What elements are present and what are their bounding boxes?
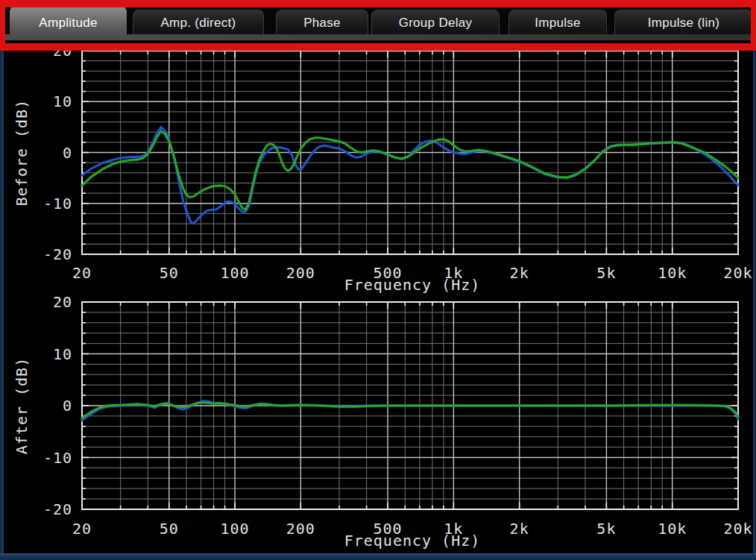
tab-amp-direct[interactable]: Amp. (direct) <box>133 10 264 35</box>
tab-amplitude[interactable]: Amplitude <box>10 6 127 40</box>
y-axis-title: Before (dB) <box>13 99 31 206</box>
y-axis-title: After (dB) <box>13 357 31 454</box>
window-border-left <box>0 51 4 560</box>
plot-tab-bar: Amplitude Amp. (direct) Phase Group Dela… <box>0 0 756 51</box>
y-tick-label: 10 <box>53 92 72 110</box>
tab-label: Impulse (lin) <box>648 16 719 31</box>
tab-label: Group Delay <box>399 16 473 31</box>
x-axis-title: Frequency (Hz) <box>344 532 481 550</box>
x-tick-label: 200 <box>286 264 315 282</box>
x-tick-label: 20 <box>72 520 92 538</box>
tab-impulse-lin[interactable]: Impulse (lin) <box>614 10 753 35</box>
x-tick-label: 5k <box>596 264 616 282</box>
x-tick-label: 200 <box>286 520 315 538</box>
window-border-bottom <box>0 553 756 560</box>
chart-before: 20100-10-2020501002005001k2k5k10k20kFreq… <box>13 42 753 294</box>
y-tick-labels: 20100-10-20 <box>43 293 72 518</box>
tab-phase[interactable]: Phase <box>276 10 368 35</box>
tab-label: Impulse <box>535 16 581 31</box>
app-window: 20100-10-2020501002005001k2k5k10k20kFreq… <box>0 0 756 560</box>
x-tick-label: 2k <box>510 264 529 282</box>
tab-group-delay[interactable]: Group Delay <box>371 10 500 35</box>
curve-green-glow <box>82 131 738 210</box>
y-tick-label: 0 <box>63 144 72 162</box>
x-tick-label: 100 <box>220 520 249 538</box>
x-tick-label: 50 <box>160 520 179 538</box>
window-border-right <box>753 51 756 560</box>
tab-impulse[interactable]: Impulse <box>508 10 607 35</box>
response-charts: 20100-10-2020501002005001k2k5k10k20kFreq… <box>0 0 756 560</box>
y-tick-label: 0 <box>63 397 72 415</box>
tab-label: Phase <box>303 16 341 31</box>
tab-label: Amp. (direct) <box>160 16 236 31</box>
x-tick-label: 50 <box>160 264 179 282</box>
x-tick-label: 10k <box>658 520 687 538</box>
x-tick-label: 5k <box>596 520 616 538</box>
y-tick-label: -10 <box>43 195 72 213</box>
y-tick-labels: 20100-10-20 <box>43 42 72 263</box>
chart-after: 20100-10-2020501002005001k2k5k10k20kFreq… <box>13 293 753 550</box>
x-tick-label: 2k <box>510 520 529 538</box>
y-tick-label: -20 <box>43 500 72 518</box>
y-tick-label: 20 <box>53 293 72 311</box>
x-tick-label: 20 <box>72 264 92 282</box>
y-tick-label: -20 <box>43 245 72 263</box>
x-tick-label: 10k <box>658 264 687 282</box>
y-tick-label: 10 <box>53 345 72 363</box>
x-tick-label: 100 <box>220 264 249 282</box>
tab-label: Amplitude <box>39 16 97 31</box>
x-axis-title: Frequency (Hz) <box>344 276 481 294</box>
y-tick-label: -10 <box>43 449 72 467</box>
x-tick-label: 20k <box>723 264 752 282</box>
x-tick-label: 20k <box>723 520 752 538</box>
